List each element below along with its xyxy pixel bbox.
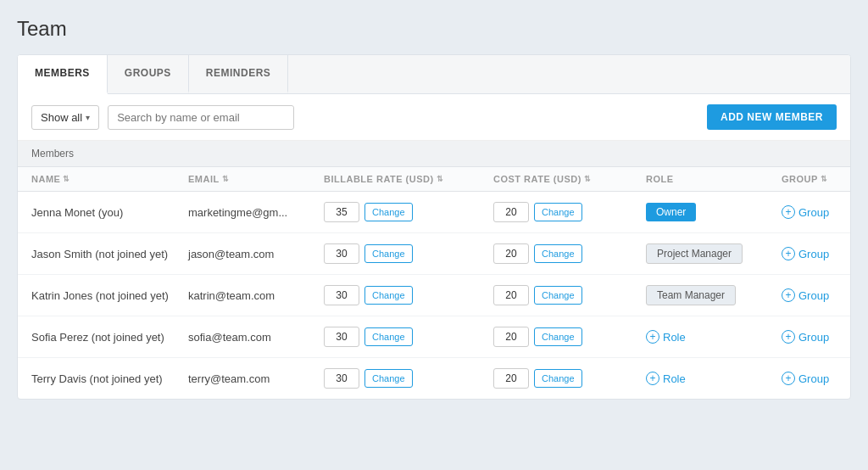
add-group-button[interactable]: + Group bbox=[782, 330, 829, 344]
cell-cost-rate: Change bbox=[493, 327, 646, 347]
table-header: NAME ⇅ EMAIL ⇅ BILLABLE RATE (USD) ⇅ COS… bbox=[18, 167, 850, 192]
billable-change-button[interactable]: Change bbox=[364, 369, 413, 388]
cell-name: Terry Davis (not joined yet) bbox=[31, 372, 188, 385]
add-role-label: Role bbox=[663, 331, 686, 344]
cell-billable-rate: Change bbox=[324, 368, 493, 389]
add-group-label: Group bbox=[798, 372, 829, 385]
col-name: NAME ⇅ bbox=[31, 174, 188, 184]
cost-rate-input[interactable] bbox=[493, 368, 529, 389]
cost-change-button[interactable]: Change bbox=[534, 244, 582, 263]
cell-cost-rate: Change bbox=[493, 368, 646, 389]
add-group-button[interactable]: + Group bbox=[782, 372, 829, 385]
cell-name: Katrin Jones (not joined yet) bbox=[31, 289, 188, 302]
page-title: Team bbox=[17, 17, 851, 41]
billable-change-button[interactable]: Change bbox=[364, 327, 413, 346]
sort-icon-group: ⇅ bbox=[821, 175, 828, 183]
table-row: Jason Smith (not joined yet) jason@team.… bbox=[18, 233, 850, 275]
table-row: Terry Davis (not joined yet) terry@team.… bbox=[18, 358, 850, 399]
billable-rate-input[interactable] bbox=[324, 368, 359, 389]
cell-email: katrin@team.com bbox=[188, 289, 324, 302]
table-row: Katrin Jones (not joined yet) katrin@tea… bbox=[18, 275, 850, 316]
tab-groups[interactable]: GROUPS bbox=[108, 55, 189, 93]
cell-cost-rate: Change bbox=[493, 285, 646, 305]
toolbar: Show all ▾ ADD NEW MEMBER bbox=[18, 94, 850, 141]
show-all-label: Show all bbox=[41, 111, 82, 124]
billable-change-button[interactable]: Change bbox=[364, 203, 413, 221]
billable-rate-input[interactable] bbox=[324, 327, 359, 347]
tab-members[interactable]: MEMBERS bbox=[18, 55, 108, 94]
cell-group: + Group bbox=[782, 330, 851, 344]
add-new-member-button[interactable]: ADD NEW MEMBER bbox=[707, 104, 837, 130]
add-group-label: Group bbox=[798, 248, 829, 260]
cell-group: + Group bbox=[782, 372, 851, 385]
col-cost-rate: COST RATE (USD) ⇅ bbox=[493, 174, 646, 184]
table-body: Jenna Monet (you) marketingme@gm... Chan… bbox=[18, 192, 850, 399]
cell-billable-rate: Change bbox=[324, 327, 493, 347]
billable-rate-input[interactable] bbox=[324, 202, 359, 222]
col-group: GROUP ⇅ bbox=[782, 174, 851, 184]
add-group-label: Group bbox=[798, 289, 829, 302]
search-input[interactable] bbox=[108, 105, 294, 130]
cell-email: sofia@team.com bbox=[188, 331, 324, 344]
cost-rate-input[interactable] bbox=[493, 202, 529, 222]
cost-rate-input[interactable] bbox=[493, 243, 529, 264]
billable-change-button[interactable]: Change bbox=[364, 286, 413, 305]
sort-icon-name: ⇅ bbox=[63, 175, 70, 183]
tab-bar: MEMBERS GROUPS REMINDERS bbox=[18, 55, 850, 94]
add-group-button[interactable]: + Group bbox=[782, 288, 829, 302]
cell-role: + Role bbox=[646, 372, 782, 385]
cost-change-button[interactable]: Change bbox=[534, 286, 582, 305]
role-badge-manager: Project Manager bbox=[646, 243, 743, 264]
table-row: Sofia Perez (not joined yet) sofia@team.… bbox=[18, 316, 850, 358]
billable-change-button[interactable]: Change bbox=[364, 244, 413, 263]
cell-billable-rate: Change bbox=[324, 285, 493, 305]
sort-icon-email: ⇅ bbox=[222, 175, 230, 183]
cost-rate-input[interactable] bbox=[493, 285, 529, 305]
billable-rate-input[interactable] bbox=[324, 243, 359, 264]
plus-circle-role-icon: + bbox=[646, 372, 659, 385]
show-all-button[interactable]: Show all ▾ bbox=[31, 105, 99, 130]
add-group-button[interactable]: + Group bbox=[782, 205, 829, 219]
main-card: MEMBERS GROUPS REMINDERS Show all ▾ ADD … bbox=[17, 54, 851, 400]
add-role-label: Role bbox=[663, 372, 686, 385]
sort-icon-billable: ⇅ bbox=[437, 175, 444, 183]
col-role: ROLE bbox=[646, 174, 782, 184]
sort-icon-cost: ⇅ bbox=[584, 175, 592, 183]
cell-cost-rate: Change bbox=[493, 243, 646, 264]
add-group-label: Group bbox=[798, 331, 829, 344]
role-badge-manager: Team Manager bbox=[646, 285, 736, 305]
plus-circle-group-icon: + bbox=[782, 247, 795, 260]
cell-name: Sofia Perez (not joined yet) bbox=[31, 331, 188, 344]
cost-change-button[interactable]: Change bbox=[534, 327, 582, 346]
plus-circle-group-icon: + bbox=[782, 372, 795, 385]
cell-email: jason@team.com bbox=[188, 248, 324, 260]
cell-group: + Group bbox=[782, 288, 851, 302]
plus-circle-role-icon: + bbox=[646, 330, 659, 344]
col-email: EMAIL ⇅ bbox=[188, 174, 324, 184]
cell-role: Project Manager bbox=[646, 243, 782, 264]
cell-name: Jenna Monet (you) bbox=[31, 206, 188, 219]
cell-name: Jason Smith (not joined yet) bbox=[31, 248, 188, 260]
plus-circle-group-icon: + bbox=[782, 205, 795, 219]
role-badge-owner: Owner bbox=[646, 203, 696, 221]
add-group-label: Group bbox=[798, 206, 829, 219]
cost-change-button[interactable]: Change bbox=[534, 203, 582, 221]
plus-circle-group-icon: + bbox=[782, 288, 795, 302]
add-role-button[interactable]: + Role bbox=[646, 372, 686, 385]
tab-reminders[interactable]: REMINDERS bbox=[189, 55, 289, 93]
cell-group: + Group bbox=[782, 247, 851, 260]
table-row: Jenna Monet (you) marketingme@gm... Chan… bbox=[18, 192, 850, 233]
cell-role: Owner bbox=[646, 203, 782, 221]
plus-circle-group-icon: + bbox=[782, 330, 795, 344]
section-label: Members bbox=[18, 141, 850, 167]
cost-change-button[interactable]: Change bbox=[534, 369, 582, 388]
cell-role: Team Manager bbox=[646, 285, 782, 305]
cell-billable-rate: Change bbox=[324, 243, 493, 264]
add-group-button[interactable]: + Group bbox=[782, 247, 829, 260]
cell-billable-rate: Change bbox=[324, 202, 493, 222]
cell-role: + Role bbox=[646, 330, 782, 344]
cell-cost-rate: Change bbox=[493, 202, 646, 222]
billable-rate-input[interactable] bbox=[324, 285, 359, 305]
cost-rate-input[interactable] bbox=[493, 327, 529, 347]
add-role-button[interactable]: + Role bbox=[646, 330, 686, 344]
